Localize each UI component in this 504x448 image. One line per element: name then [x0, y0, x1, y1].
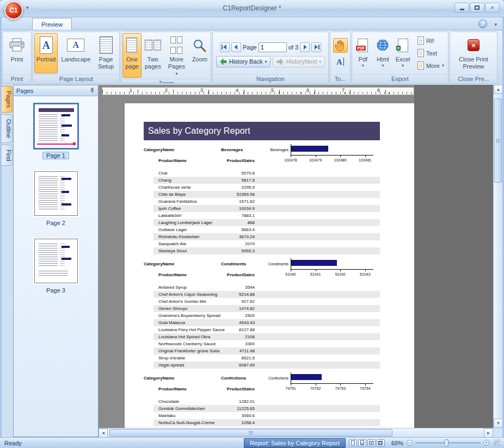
more-label: More: [426, 63, 440, 69]
text-select-tool-button[interactable]: A: [333, 55, 348, 70]
print-button[interactable]: Print: [7, 33, 27, 73]
scrollbar-corner: [493, 428, 502, 437]
product-name-header: ProductName: [158, 272, 187, 277]
report-page[interactable]: Sales by Category Report CategoryName Be…: [125, 103, 414, 428]
ruler-number: 8: [377, 88, 380, 93]
report-section: CategoryName Condiments ProductName Prod…: [144, 262, 380, 369]
product-row: Louisiana Fiery Hot Pepper Sauce8127.88: [153, 326, 380, 333]
page-thumbnail-3[interactable]: [33, 238, 79, 284]
export-excel-button[interactable]: X Excel ▾: [393, 33, 413, 73]
chart-bar: [291, 260, 337, 266]
text-label: Text: [426, 50, 437, 57]
pin-icon[interactable]: [89, 88, 95, 94]
scroll-left-button[interactable]: ◄: [99, 428, 108, 438]
minimize-button[interactable]: [454, 3, 469, 13]
page-setup-button[interactable]: Page Setup: [94, 33, 118, 73]
product-name: Chef Anton's Gumbo Mix: [153, 299, 235, 304]
product-name: Aniseed Syrup: [153, 285, 235, 290]
zoom-icon: [192, 35, 207, 55]
tab-preview[interactable]: Preview: [32, 18, 72, 30]
horizontal-scrollbar[interactable]: ◄ ►: [99, 428, 493, 437]
page-number-input[interactable]: [259, 42, 287, 52]
zoom-slider[interactable]: − +: [407, 440, 489, 446]
page-thumbnail-2[interactable]: [33, 170, 79, 217]
horizontal-scroll-thumb[interactable]: [109, 429, 392, 437]
export-more-button[interactable]: More ▾: [415, 60, 447, 71]
zoom-button[interactable]: Zoom: [190, 33, 210, 78]
help-button[interactable]: ?: [478, 20, 487, 28]
export-pdf-button[interactable]: PDF Pdf ▾: [353, 33, 373, 73]
first-page-button[interactable]: [220, 42, 230, 52]
history-back-label: History Back: [229, 58, 263, 65]
zoom-slider-thumb[interactable]: [445, 439, 448, 446]
chart-tick-label: 102481: [359, 158, 371, 162]
scroll-right-button[interactable]: ►: [484, 428, 493, 438]
product-name: NuNuCa Nuß-Nougat-Creme: [153, 420, 235, 425]
scroll-up-button[interactable]: ▲: [494, 85, 503, 94]
history-back-button[interactable]: History Back ▾: [216, 56, 271, 67]
product-sales: 1474.82: [235, 306, 255, 311]
application-menu-button[interactable]: C1: [4, 1, 23, 20]
last-page-icon: [314, 45, 319, 49]
export-html-button[interactable]: Html ▾: [373, 33, 393, 73]
view-thumbnails-button[interactable]: [377, 439, 385, 447]
hand-tool-button[interactable]: [333, 38, 348, 53]
landscape-button[interactable]: A Landscape: [59, 33, 93, 73]
close-print-preview-button[interactable]: × Close Print Preview: [452, 33, 495, 73]
two-pages-button[interactable]: Two pages: [143, 33, 163, 78]
horizontal-ruler: 12345678: [102, 87, 414, 95]
more-pages-button[interactable]: More Pages ▾: [164, 33, 189, 78]
close-button[interactable]: ×: [485, 3, 500, 13]
ruler-number: 2: [165, 88, 168, 93]
zoom-in-button[interactable]: +: [483, 440, 489, 446]
side-tab-find[interactable]: Find: [2, 145, 13, 166]
product-sales: 8127.88: [235, 327, 255, 332]
help-icon: ?: [481, 21, 484, 27]
html-icon: [376, 35, 389, 55]
vertical-scroll-thumb[interactable]: [494, 98, 502, 183]
ribbon-group-tools: A To...: [330, 32, 351, 84]
ribbon-options-dropdown-icon[interactable]: ▾: [494, 22, 497, 27]
html-dropdown-icon: ▾: [382, 64, 384, 68]
side-tab-pages[interactable]: Pages: [2, 86, 13, 113]
history-back-icon: [220, 59, 227, 65]
page-thumbnail-2-label[interactable]: Page 2: [42, 219, 69, 227]
product-row: Ipoh Coffee10034.9: [153, 205, 380, 212]
side-tab-outline[interactable]: Outline: [2, 114, 13, 143]
product-name: Guaraná Fantástica: [153, 199, 235, 204]
product-name: Outback Lager: [153, 227, 235, 232]
vertical-scrollbar[interactable]: ▲ ▼: [493, 85, 502, 428]
zoom-out-button[interactable]: −: [407, 440, 413, 446]
more-pages-dropdown-icon: ▾: [175, 71, 177, 76]
history-next-icon: [276, 59, 284, 65]
view-page-layout-button[interactable]: [358, 439, 366, 447]
next-page-icon: [303, 45, 308, 49]
portrait-button[interactable]: A Portrait: [34, 33, 58, 73]
page-thumbnail-1[interactable]: [33, 103, 79, 150]
previous-page-button[interactable]: [231, 42, 241, 52]
page-thumbnail-3-label[interactable]: Page 3: [42, 287, 69, 294]
zoom-slider-track[interactable]: [415, 442, 481, 444]
ribbon: Print Print A Portrait A Landscape Page …: [2, 30, 502, 85]
preview-canvas[interactable]: 12345678 Sales by Category Report Catego…: [99, 85, 493, 428]
view-two-pages-button[interactable]: [367, 439, 376, 447]
export-text-button[interactable]: Text: [415, 47, 447, 59]
category-bar-chart: Beverages 102478102479102480102481: [263, 143, 380, 172]
next-page-button[interactable]: [300, 42, 310, 52]
page-setup-label: Page Setup: [96, 56, 116, 70]
scroll-down-button[interactable]: ▼: [494, 419, 503, 428]
one-page-button[interactable]: One page: [122, 33, 142, 78]
page-thumbnail-1-label[interactable]: Page 1: [42, 152, 69, 159]
ribbon-group-print: Print Print: [2, 32, 32, 84]
product-row: Chang5817.8: [153, 177, 380, 184]
export-rtf-button[interactable]: Rtf: [415, 35, 447, 46]
thumbnail-position-marker: [37, 144, 75, 145]
history-next-button[interactable]: HistoryNext ▾: [273, 56, 325, 67]
maximize-button[interactable]: [470, 3, 484, 13]
product-sales: 8521.5: [235, 356, 255, 360]
group-label-navigation: Navigation: [213, 74, 328, 83]
view-single-page-button[interactable]: [349, 439, 357, 447]
html-label: Html: [377, 56, 389, 63]
product-row: Aniseed Syrup3544: [153, 284, 380, 291]
last-page-button[interactable]: [311, 42, 321, 52]
